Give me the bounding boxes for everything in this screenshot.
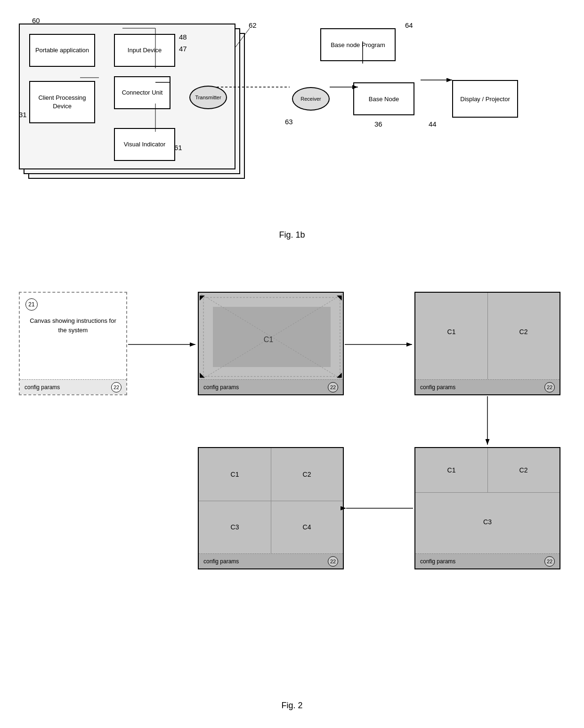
c1-label-br: C1 <box>447 466 456 474</box>
badge-21: 21 <box>25 298 38 311</box>
c2-label-br: C2 <box>519 466 528 474</box>
label-47: 47 <box>179 45 187 53</box>
device-stack: Portable application Input Device Client… <box>19 24 254 193</box>
label-63: 63 <box>285 118 293 126</box>
display-projector-box: Display / Projector <box>452 80 518 118</box>
canvas-c1c2-box: C1 C2 config params 22 <box>414 292 560 395</box>
badge-22-3: 22 <box>544 382 555 392</box>
connector-unit-label: Connector Unit <box>122 88 163 97</box>
label-62: 62 <box>249 21 257 29</box>
receiver-label: Receiver <box>300 96 321 102</box>
receiver-ellipse: Receiver <box>292 87 330 111</box>
c2-label-tr: C2 <box>519 328 528 336</box>
config-bar-3: config params 22 <box>415 379 560 394</box>
base-node-box: Base Node <box>353 82 414 115</box>
config-bar-1: config params 22 <box>20 379 126 394</box>
base-node-label: Base Node <box>369 96 399 103</box>
canvas-text: Canvas showing instructions for the syst… <box>27 316 119 335</box>
config-bar-2: config params 22 <box>199 379 343 394</box>
portable-app-box: Portable application <box>29 34 95 67</box>
corner-arrow-bl: ◣ <box>200 371 205 378</box>
label-36: 36 <box>374 120 382 128</box>
base-node-program-box: Base node Program <box>320 28 396 61</box>
fig1b-section: Portable application Input Device Client… <box>0 0 584 245</box>
fig2-caption: Fig. 2 <box>281 701 302 711</box>
label-44: 44 <box>429 120 437 128</box>
stack-layer-front: Portable application Input Device Client… <box>19 24 235 169</box>
diagonal-lines-svg: C1 <box>199 293 343 379</box>
badge-22-5: 22 <box>544 556 555 567</box>
config-bar-4: config params 22 <box>199 553 343 568</box>
label-64: 64 <box>405 21 413 29</box>
label-60: 60 <box>32 16 40 24</box>
client-proc-box: Client Processing Device <box>29 81 95 123</box>
c4-label-bm: C4 <box>303 523 311 531</box>
client-proc-label: Client Processing Device <box>30 94 94 111</box>
fig1b-caption: Fig. 1b <box>279 230 305 240</box>
c1-label-tr: C1 <box>447 328 456 336</box>
canvas-c1c2c3-box: C1 C2 C3 config params 22 <box>414 447 560 569</box>
visual-indicator-label: Visual Indicator <box>124 140 166 149</box>
canvas-c1c2c3c4-box: C1 C2 C3 C4 config params 22 <box>198 447 344 569</box>
portable-app-label: Portable application <box>35 46 89 55</box>
badge-22-4: 22 <box>328 556 338 567</box>
canvas-instructions-box: 21 Canvas showing instructions for the s… <box>19 292 127 395</box>
connector-unit-box: Connector Unit <box>114 76 170 109</box>
badge-22-1: 22 <box>111 382 122 392</box>
right-side-components: Base node Program Receiver Base Node Dis… <box>283 19 560 216</box>
base-node-program-label: Base node Program <box>331 41 385 48</box>
input-device-box: Input Device <box>114 34 175 67</box>
fig2-section: 21 Canvas showing instructions for the s… <box>0 264 584 715</box>
label-31: 31 <box>19 111 27 119</box>
corner-arrow-tr: ◥ <box>337 294 342 301</box>
corner-arrow-tl: ◤ <box>200 294 205 301</box>
c2-label-bm: C2 <box>303 471 311 478</box>
transmitter-label: Transmitter <box>195 95 221 100</box>
label-48: 48 <box>179 33 187 41</box>
label-61: 61 <box>174 144 182 152</box>
corner-arrow-br: ◢ <box>337 371 342 378</box>
visual-indicator-box: Visual Indicator <box>114 128 175 161</box>
c3-label-bm: C3 <box>231 523 239 531</box>
badge-22-2: 22 <box>328 382 338 392</box>
transmitter-ellipse: Transmitter <box>189 86 227 109</box>
config-bar-5: config params 22 <box>415 553 560 568</box>
c1-label-bm: C1 <box>231 471 239 478</box>
c3-label-br: C3 <box>483 518 492 526</box>
canvas-c1-diag-box: C1 config params 22 ◤ ◥ ◣ ◢ <box>198 292 344 395</box>
display-projector-label: Display / Projector <box>460 96 510 103</box>
input-device-label: Input Device <box>128 46 162 55</box>
svg-text:C1: C1 <box>264 336 274 344</box>
